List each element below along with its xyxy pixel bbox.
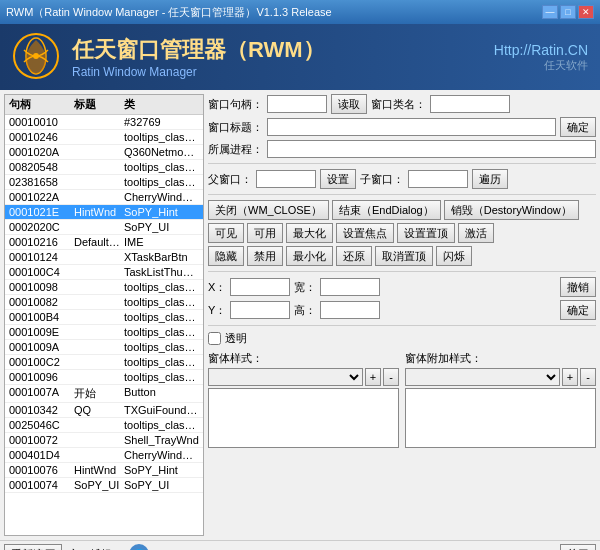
ex-style-plus-button[interactable]: +	[562, 368, 578, 386]
enable-button[interactable]: 可用	[247, 223, 283, 243]
table-row[interactable]: 000100C4TaskListThumb...	[5, 265, 203, 280]
table-row[interactable]: 02381658tooltips_class32	[5, 175, 203, 190]
hide-button[interactable]: 隐藏	[208, 246, 244, 266]
table-row[interactable]: 00010072Shell_TrayWnd	[5, 433, 203, 448]
table-row[interactable]: 0001009Atooltips_class32	[5, 340, 203, 355]
style-plus-button[interactable]: +	[365, 368, 381, 386]
ok-coord-button[interactable]: 确定	[560, 300, 596, 320]
table-row[interactable]: 00010082tooltips_class32	[5, 295, 203, 310]
maximize-button[interactable]: □	[560, 5, 576, 19]
style-minus-button[interactable]: -	[383, 368, 399, 386]
table-row[interactable]: 00010096tooltips_class32	[5, 370, 203, 385]
x-input[interactable]	[230, 278, 290, 296]
table-row[interactable]: 0001020AQ360NetmonCl...	[5, 145, 203, 160]
x-row: X： 宽： 撤销	[208, 277, 596, 297]
restore-button[interactable]: 还原	[336, 246, 372, 266]
table-row[interactable]: 000100C2tooltips_class32	[5, 355, 203, 370]
table-row[interactable]: 0025046Ctooltips_class32	[5, 418, 203, 433]
window-list[interactable]: 00010010#3276900010246tooltips_class3200…	[5, 115, 203, 535]
header-url: Http://Ratin.CN	[494, 42, 588, 58]
parent-input[interactable]	[256, 170, 316, 188]
col-title-header: 标题	[72, 96, 122, 113]
traverse-button[interactable]: 遍历	[472, 169, 508, 189]
process-input[interactable]	[267, 140, 596, 158]
disable-button[interactable]: 禁用	[247, 246, 283, 266]
table-row[interactable]: 00010074SoPY_UISoPY_UI	[5, 478, 203, 493]
table-row[interactable]: 0001022ACherryWindowC...	[5, 190, 203, 205]
header: 任天窗口管理器（RWM） Ratin Window Manager Http:/…	[0, 24, 600, 90]
close-button[interactable]: ✕	[578, 5, 594, 19]
divider2	[208, 194, 596, 195]
maximize-button2[interactable]: 最大化	[286, 223, 333, 243]
minimize-button2[interactable]: 最小化	[286, 246, 333, 266]
table-row[interactable]: 00010098tooltips_class32	[5, 280, 203, 295]
cancel-coord-button[interactable]: 撤销	[560, 277, 596, 297]
read-button[interactable]: 读取	[331, 94, 367, 114]
table-row[interactable]: 00820548tooltips_class32	[5, 160, 203, 175]
y-input[interactable]	[230, 301, 290, 319]
handle-row: 窗口句柄： 读取 窗口类名：	[208, 94, 596, 114]
header-company: 任天软件	[494, 58, 588, 73]
table-row[interactable]: 0001007A开始Button	[5, 385, 203, 403]
logo	[12, 32, 60, 82]
table-row[interactable]: 00010124XTaskBarBtn	[5, 250, 203, 265]
close-wm-button[interactable]: 关闭（WM_CLOSE）	[208, 200, 329, 220]
visible-button[interactable]: 可见	[208, 223, 244, 243]
width-input[interactable]	[320, 278, 380, 296]
end-dialog-button[interactable]: 结束（EndDialog）	[332, 200, 441, 220]
flash-button[interactable]: 闪烁	[436, 246, 472, 266]
table-row[interactable]: 00010010#32769	[5, 115, 203, 130]
title-label: 窗口标题：	[208, 120, 263, 135]
set-focus-button[interactable]: 设置焦点	[336, 223, 394, 243]
about-button[interactable]: 关于	[560, 544, 596, 550]
globe-icon[interactable]: 🌐	[129, 544, 149, 550]
set-top-button[interactable]: 设置置顶	[397, 223, 455, 243]
header-subtitle: Ratin Window Manager	[72, 65, 482, 79]
table-row[interactable]: 00010342QQTXGuiFoundatio...	[5, 403, 203, 418]
table-row[interactable]: 0001009Etooltips_class32	[5, 325, 203, 340]
process-row: 所属进程：	[208, 140, 596, 158]
ex-style-label: 窗体附加样式：	[405, 351, 596, 366]
class-input[interactable]	[430, 95, 510, 113]
set-button[interactable]: 设置	[320, 169, 356, 189]
visible-btn-row: 可见 可用 最大化 设置焦点 设置置顶 激活	[208, 223, 596, 243]
header-right: Http://Ratin.CN 任天软件	[494, 42, 588, 73]
ex-style-minus-button[interactable]: -	[580, 368, 596, 386]
handle-input[interactable]	[267, 95, 327, 113]
style-box: 窗体样式： + -	[208, 351, 399, 450]
right-panel: 窗口句柄： 读取 窗口类名： 窗口标题： 确定 所属进程： 父窗口： 设置 子窗…	[208, 94, 596, 536]
table-row[interactable]: 0002020CSoPY_UI	[5, 220, 203, 235]
table-row[interactable]: 000401D4CherryWindowC...	[5, 448, 203, 463]
y-row: Y： 高： 确定	[208, 300, 596, 320]
style-label: 窗体样式：	[208, 351, 399, 366]
child-input[interactable]	[408, 170, 468, 188]
x-label: X：	[208, 280, 226, 295]
table-row[interactable]: 000100B4tooltips_class32	[5, 310, 203, 325]
divider4	[208, 325, 596, 326]
table-row[interactable]: 00010216Default IMEIME	[5, 235, 203, 250]
activate-button[interactable]: 激活	[458, 223, 494, 243]
table-row[interactable]: 0001021EHintWndSoPY_Hint	[5, 205, 203, 220]
height-input[interactable]	[320, 301, 380, 319]
style-controls: + -	[208, 368, 399, 386]
destroy-button[interactable]: 销毁（DestoryWindow）	[444, 200, 579, 220]
style-textarea[interactable]	[208, 388, 399, 448]
ex-style-select[interactable]	[405, 368, 560, 386]
refresh-button[interactable]: 重新遍历	[4, 544, 62, 550]
confirm-button[interactable]: 确定	[560, 117, 596, 137]
svg-point-2	[33, 53, 39, 59]
col-handle-header: 句柄	[7, 96, 72, 113]
transparent-checkbox[interactable]	[208, 332, 221, 345]
cancel-top-button[interactable]: 取消置顶	[375, 246, 433, 266]
height-label: 高：	[294, 303, 316, 318]
ex-style-textarea[interactable]	[405, 388, 596, 448]
table-row[interactable]: 00010246tooltips_class32	[5, 130, 203, 145]
col-class-header: 类	[122, 96, 201, 113]
divider1	[208, 163, 596, 164]
width-label: 宽：	[294, 280, 316, 295]
style-select[interactable]	[208, 368, 363, 386]
title-bar-controls: — □ ✕	[542, 5, 594, 19]
minimize-button[interactable]: —	[542, 5, 558, 19]
title-input[interactable]	[267, 118, 556, 136]
table-row[interactable]: 00010076HintWndSoPY_Hint	[5, 463, 203, 478]
